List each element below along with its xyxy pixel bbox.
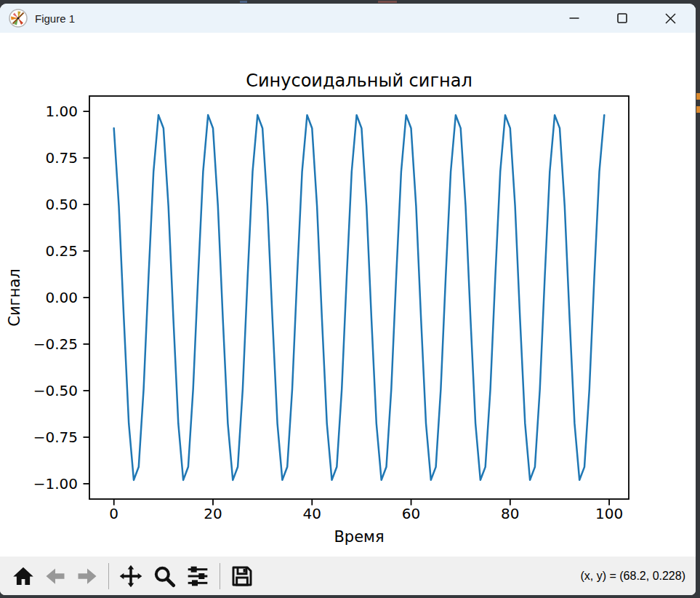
background-artifact — [696, 106, 700, 113]
y-tick-label: 0.50 — [45, 196, 78, 213]
y-tick-label: 1.00 — [45, 103, 78, 120]
y-axis-label: Сигнал — [6, 268, 23, 326]
pan-icon — [119, 565, 142, 588]
x-axis-ticks: 020406080100 — [109, 499, 623, 522]
x-tick-label: 0 — [109, 505, 118, 522]
close-icon — [664, 12, 677, 25]
background-artifact — [696, 93, 700, 100]
background-artifact — [378, 1, 397, 3]
x-tick-label: 80 — [501, 505, 519, 522]
plot-title: Синусоидальный сигнал — [246, 71, 472, 91]
toolbar-separator — [108, 563, 109, 589]
window-titlebar[interactable]: Figure 1 — [0, 4, 696, 33]
x-tick-label: 40 — [303, 505, 321, 522]
toolbar-separator — [220, 563, 220, 589]
signal-line — [114, 115, 605, 480]
y-tick-label: −0.50 — [33, 382, 78, 399]
home-button[interactable] — [11, 564, 36, 589]
x-axis-label: Время — [334, 528, 384, 546]
axes-frame — [89, 96, 629, 499]
configure-subplots-button[interactable] — [185, 563, 211, 589]
save-button[interactable] — [229, 563, 255, 589]
maximize-icon — [616, 12, 628, 24]
minimize-icon — [568, 12, 580, 24]
y-tick-label: 0.75 — [45, 149, 78, 167]
background-artifact — [240, 1, 247, 3]
plot: Синусоидальный сигнал 1.000.750.500.250.… — [0, 33, 696, 557]
y-tick-label: 0.00 — [45, 289, 78, 306]
window-controls — [550, 4, 696, 33]
back-arrow-icon — [44, 565, 66, 587]
navigation-toolbar: (x, y) = (68.2, 0.228) — [0, 557, 696, 595]
minimize-button[interactable] — [550, 4, 598, 33]
save-icon — [230, 565, 254, 588]
y-axis-ticks: 1.000.750.500.250.00−0.25−0.50−0.75−1.00 — [33, 103, 89, 493]
sliders-icon — [186, 565, 209, 588]
zoom-button[interactable] — [151, 563, 177, 589]
x-tick-label: 60 — [402, 505, 420, 522]
back-button[interactable] — [43, 564, 68, 589]
magnifier-icon — [153, 565, 176, 588]
y-tick-label: −1.00 — [33, 475, 78, 493]
window-title: Figure 1 — [35, 12, 75, 25]
y-tick-label: −0.25 — [33, 335, 78, 353]
figure-window: Figure 1 Синусоидальный сигн — [0, 4, 696, 595]
matplotlib-logo-icon — [9, 9, 28, 28]
cursor-coordinate-readout: (x, y) = (68.2, 0.228) — [580, 570, 685, 583]
pan-button[interactable] — [118, 563, 144, 589]
close-button[interactable] — [646, 4, 694, 33]
x-tick-label: 20 — [204, 505, 222, 522]
figure-canvas[interactable]: Синусоидальный сигнал 1.000.750.500.250.… — [0, 33, 696, 557]
x-tick-label: 100 — [595, 505, 623, 522]
maximize-button[interactable] — [598, 4, 646, 33]
y-tick-label: 0.25 — [45, 242, 78, 260]
y-tick-label: −0.75 — [33, 428, 78, 446]
forward-arrow-icon — [76, 565, 98, 587]
forward-button[interactable] — [75, 564, 100, 589]
home-icon — [12, 565, 34, 587]
